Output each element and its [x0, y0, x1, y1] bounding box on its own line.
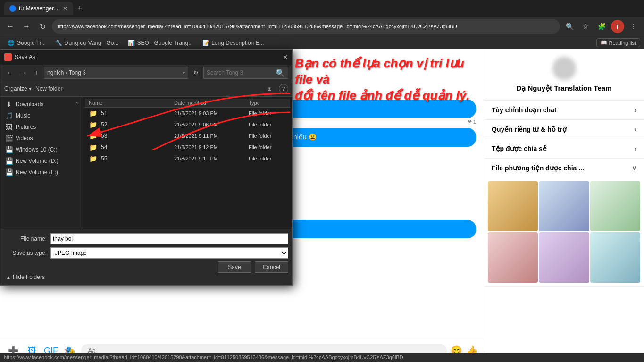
- bookmark-label: Dụng cụ Vàng - Go...: [64, 40, 118, 46]
- sidebar-item-music[interactable]: 🎵 Music: [0, 110, 83, 121]
- file-row-53[interactable]: 📁 53 21/8/2021 9:11 PM File folder: [85, 130, 290, 142]
- menu-button[interactable]: ⋮: [627, 20, 640, 33]
- breadcrumb[interactable]: nghich › Tong 3 ▾: [44, 67, 188, 79]
- dialog-forward-button[interactable]: →: [17, 67, 29, 78]
- help-button[interactable]: ?: [279, 84, 288, 93]
- save-button[interactable]: Save: [218, 261, 251, 273]
- file-date: 21/8/2021 9:03 PM: [174, 110, 245, 116]
- file-type: File folder: [249, 144, 286, 150]
- sidebar-item-videos[interactable]: 🎬 Videos: [0, 133, 83, 144]
- organize-button[interactable]: Organize ▾: [4, 85, 32, 92]
- section-header-file[interactable]: File phương tiện được chia ... ∨: [484, 159, 644, 177]
- dialog-main: ⬇ Downloads ^ 🎵 Music 🖼 Pictures 🎬 Video…: [0, 97, 292, 229]
- section-tuy-chinh: Tùy chỉnh đoạn chat ›: [484, 101, 644, 120]
- dialog-back-button[interactable]: ←: [4, 67, 16, 78]
- filetype-label: Save as type:: [4, 250, 47, 256]
- expand-icon: ^: [75, 102, 78, 107]
- section-label: File phương tiện được chia ...: [492, 164, 584, 172]
- section-header-tuy-chinh[interactable]: Tùy chỉnh đoạn chat ›: [484, 101, 644, 119]
- tab-close-button[interactable]: ✕: [63, 5, 67, 12]
- breadcrumb-text: nghich › Tong 3: [47, 69, 86, 76]
- section-header-tap[interactable]: Tệp được chia sẻ ›: [484, 139, 644, 158]
- chevron-down-icon: ∨: [632, 164, 636, 172]
- media-thumb-5[interactable]: [539, 232, 589, 282]
- bookmark-google-translate[interactable]: 🌐 Google Tr...: [4, 39, 50, 47]
- dialog-content: ⬇ Downloads ^ 🎵 Music 🖼 Pictures 🎬 Video…: [0, 97, 292, 229]
- tabs-bar: từ Messenger... ✕ +: [0, 0, 644, 17]
- dialog-search-box[interactable]: 🔍: [203, 67, 288, 79]
- bookmark-dung-cu-vang[interactable]: 🔧 Dụng cụ Vàng - Go...: [51, 39, 122, 47]
- bookmark-long-description[interactable]: 📝 Long Description E...: [199, 39, 268, 47]
- collapse-icon: ▲: [6, 275, 11, 280]
- file-name: 52: [101, 121, 170, 128]
- downloads-icon: ⬇: [5, 101, 13, 108]
- section-quyen-rieng-tu: Quyền riêng tư & hỗ trợ ›: [484, 120, 644, 139]
- group-name: Dạ Nguyệt Translation Team: [492, 84, 636, 93]
- breadcrumb-expand[interactable]: ▾: [183, 70, 185, 76]
- profile-button[interactable]: T: [611, 20, 624, 33]
- sidebar-item-volume-e[interactable]: 💾 New Volume (E:): [0, 167, 83, 178]
- sidebar-item-pictures[interactable]: 🖼 Pictures: [0, 121, 83, 133]
- media-thumb-6[interactable]: [590, 232, 640, 282]
- dialog-app-icon: [4, 53, 12, 61]
- star-button[interactable]: ☆: [579, 20, 592, 33]
- chevron-icon: ›: [634, 126, 636, 133]
- videos-icon: 🎬: [5, 135, 13, 142]
- reading-list-button[interactable]: 📖 Reading list: [596, 38, 640, 47]
- file-name: 54: [101, 144, 170, 151]
- media-thumb-2[interactable]: [539, 181, 589, 231]
- file-date: 21/8/2021 9:1_ PM: [174, 156, 245, 161]
- dialog-up-button[interactable]: ↑: [31, 67, 42, 78]
- file-row-51[interactable]: 📁 51 21/8/2021 9:03 PM File folder: [85, 108, 290, 119]
- folder-icon: 📁: [89, 143, 97, 151]
- view-toggle-button[interactable]: ⊞: [264, 83, 275, 94]
- extensions-button[interactable]: 🧩: [595, 20, 608, 33]
- dialog-file-area: Name Date modified Type 📁 51 21/8/2021 9…: [83, 97, 292, 229]
- section-header-quyen[interactable]: Quyền riêng tư & hỗ trợ ›: [484, 120, 644, 139]
- media-thumb-3[interactable]: [590, 181, 640, 231]
- address-bar-container: [52, 19, 560, 34]
- file-row-52[interactable]: 📁 52 21/8/2021 9:06 PM File folder: [85, 119, 290, 130]
- sidebar-label: New Volume (E:): [16, 169, 58, 176]
- filename-input[interactable]: [50, 233, 288, 244]
- reading-list-label: Reading list: [609, 40, 636, 46]
- dialog-nav-toolbar: ← → ↑ nghich › Tong 3 ▾ ↻ 🔍: [0, 65, 292, 81]
- dialog-refresh-button[interactable]: ↻: [190, 67, 201, 78]
- sidebar-label: Videos: [16, 135, 33, 142]
- new-folder-button[interactable]: New folder: [35, 85, 62, 92]
- reload-button[interactable]: ↻: [36, 20, 49, 33]
- chevron-icon: ›: [634, 106, 636, 114]
- dialog-close-button[interactable]: ✕: [283, 53, 288, 61]
- drive-c-icon: 💾: [5, 146, 13, 153]
- dialog-title-text: Save As: [15, 54, 35, 60]
- bookmark-seo[interactable]: 📊 SEO - Google Trang...: [124, 39, 197, 47]
- new-tab-button[interactable]: +: [73, 2, 86, 15]
- file-row-55[interactable]: 📁 55 21/8/2021 9:1_ PM File folder: [85, 153, 290, 164]
- file-row-54[interactable]: 📁 54 21/8/2021 9:12 PM File folder: [85, 142, 290, 153]
- address-bar[interactable]: [58, 24, 554, 29]
- bookmark-favicon: 🔧: [55, 40, 62, 46]
- sidebar-item-downloads[interactable]: ⬇ Downloads ^: [0, 99, 83, 110]
- group-name-header: Dạ Nguyệt Translation Team: [484, 49, 644, 101]
- tab-label: từ Messenger...: [19, 5, 58, 12]
- back-button[interactable]: ←: [4, 20, 17, 33]
- tab-favicon: [9, 5, 16, 12]
- dialog-bottom: File name: Save as type: JPEG Image Save…: [0, 229, 292, 285]
- active-tab[interactable]: từ Messenger... ✕: [4, 2, 73, 15]
- chevron-icon: ›: [634, 145, 636, 152]
- media-thumb-4[interactable]: [488, 232, 538, 282]
- media-thumb-1[interactable]: [488, 181, 538, 231]
- sidebar-item-windows-c[interactable]: 💾 Windows 10 (C:): [0, 144, 83, 155]
- filetype-select[interactable]: JPEG Image: [50, 247, 288, 259]
- forward-button[interactable]: →: [20, 20, 33, 33]
- media-grid: [484, 177, 644, 286]
- file-type: File folder: [249, 156, 286, 161]
- zoom-button[interactable]: 🔍: [563, 20, 576, 33]
- sidebar-item-volume-d[interactable]: 💾 New Volume (D:): [0, 155, 83, 167]
- bookmark-label: Google Tr...: [17, 40, 46, 46]
- folder-icon: 📁: [89, 109, 97, 117]
- hide-folders-row[interactable]: ▲ Hide Folders: [4, 273, 288, 281]
- drive-e-icon: 💾: [5, 168, 13, 176]
- cancel-button[interactable]: Cancel: [255, 261, 288, 273]
- dialog-search-input[interactable]: [207, 69, 274, 76]
